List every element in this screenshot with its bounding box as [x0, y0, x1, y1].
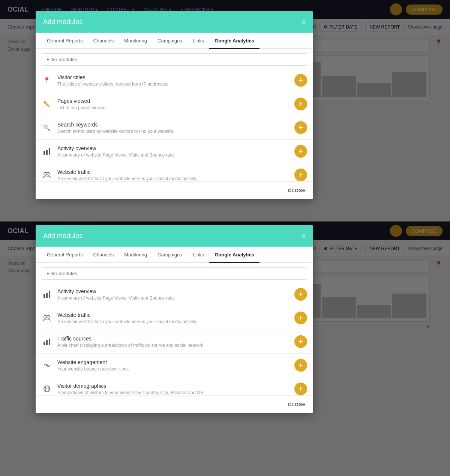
activity-overview-name-2: Activity overview — [57, 288, 289, 294]
activity-overview-icon-2 — [42, 289, 52, 300]
module-text-search-keywords: Search keywords Search terms used by web… — [57, 122, 289, 134]
visitor-demographics-icon — [42, 384, 52, 394]
svg-rect-7 — [49, 291, 50, 298]
pages-viewed-icon: ✏️ — [42, 99, 52, 109]
modal-2-footer: CLOSE — [36, 395, 313, 413]
module-text-website-traffic-2: Website traffic An overview of traffic t… — [57, 312, 289, 324]
modal-2-title: Add modules — [43, 232, 82, 240]
visitor-demographics-desc: A breakdown of visitors to your website … — [57, 390, 289, 395]
modal-1-tabs: General Reports Channels Monitoring Camp… — [36, 33, 313, 49]
add-activity-overview-button-2[interactable]: + — [294, 288, 307, 301]
website-traffic-desc-2: An overview of traffic to your website v… — [57, 319, 289, 324]
tab-monitoring-1[interactable]: Monitoring — [119, 33, 152, 49]
visitor-cities-desc: The cities of website visitors, derived … — [57, 81, 289, 87]
website-traffic-icon-1 — [42, 170, 52, 180]
filter-modules-input-1[interactable] — [42, 53, 307, 66]
module-text-activity-overview-1: Activity overview A summary of website P… — [57, 145, 289, 158]
website-engagement-desc: Your website bounce rate over time. — [57, 366, 289, 372]
add-pages-viewed-button[interactable]: + — [294, 98, 307, 110]
tab-general-reports-2[interactable]: General Reports — [42, 247, 88, 263]
module-item-visitor-cities: 📍 Visitor cities The cities of website v… — [36, 69, 313, 92]
add-visitor-cities-button[interactable]: + — [294, 74, 307, 87]
add-website-traffic-button-1[interactable]: + — [294, 169, 307, 181]
visitor-demographics-name: Visitor demographics — [57, 383, 289, 389]
modal-2-filter-wrap — [36, 263, 313, 283]
modal-2-close-x-button[interactable]: × — [302, 233, 306, 240]
add-search-keywords-button[interactable]: + — [294, 121, 307, 134]
website-traffic-desc-1: An overview of traffic to your website v… — [57, 176, 289, 181]
filter-modules-input-2[interactable] — [42, 267, 307, 280]
module-item-activity-overview-1: Activity overview A summary of website P… — [36, 140, 313, 163]
svg-rect-6 — [46, 293, 48, 298]
module-item-visitor-demographics: Visitor demographics A breakdown of visi… — [36, 377, 313, 395]
pages-viewed-name: Pages viewed — [57, 98, 289, 104]
search-keywords-desc: Search terms used by website visitors to… — [57, 129, 289, 134]
svg-point-9 — [47, 315, 50, 318]
modal-1-title: Add modules — [43, 18, 82, 26]
modal-1-footer: CLOSE — [36, 181, 313, 199]
traffic-sources-name: Traffic sources — [57, 336, 289, 342]
visitor-cities-icon: 📍 — [42, 75, 52, 86]
svg-rect-2 — [49, 148, 50, 155]
modal-2-tabs: General Reports Channels Monitoring Camp… — [36, 247, 313, 263]
add-traffic-sources-button[interactable]: + — [294, 335, 307, 348]
tab-campaigns-1[interactable]: Campaigns — [152, 33, 188, 49]
search-keywords-icon: 🔍 — [42, 122, 52, 133]
website-traffic-name-1: Website traffic — [57, 169, 289, 175]
modal-1-header: Add modules × — [36, 11, 313, 33]
add-visitor-demographics-button[interactable]: + — [294, 383, 307, 395]
svg-point-3 — [44, 172, 47, 175]
page-wrap: OCIAL ENGAGE MONITOR ▾ CONTENT ▾ MEASURE… — [0, 0, 450, 476]
add-modules-modal-2: Add modules × General Reports Channels M… — [36, 225, 313, 413]
tab-channels-2[interactable]: Channels — [88, 247, 119, 263]
activity-overview-desc-1: A summary of website Page Views, Visits … — [57, 152, 289, 158]
traffic-sources-desc: A pie chart displaying a breakdown of tr… — [57, 343, 289, 348]
add-website-engagement-button[interactable]: + — [294, 359, 307, 372]
svg-point-13 — [46, 365, 48, 366]
traffic-sources-icon — [42, 336, 52, 347]
activity-overview-desc-2: A summary of website Page Views, Visits … — [57, 295, 289, 301]
module-text-pages-viewed: Pages viewed List of top pages viewed. — [57, 98, 289, 110]
tab-links-1[interactable]: Links — [188, 33, 209, 49]
visitor-cities-name: Visitor cities — [57, 74, 289, 80]
module-text-activity-overview-2: Activity overview A summary of website P… — [57, 288, 289, 301]
modal-1-filter-wrap — [36, 49, 313, 69]
activity-overview-icon-1 — [42, 146, 52, 157]
tab-google-analytics-2[interactable]: Google Analytics — [209, 247, 260, 263]
module-item-website-traffic-2: Website traffic An overview of traffic t… — [36, 306, 313, 330]
website-engagement-icon — [42, 360, 52, 371]
svg-rect-11 — [46, 340, 48, 345]
modal-1-close-x-button[interactable]: × — [302, 19, 306, 26]
module-text-traffic-sources: Traffic sources A pie chart displaying a… — [57, 336, 289, 348]
website-engagement-name: Website engagement — [57, 359, 289, 365]
svg-rect-12 — [49, 339, 50, 345]
website-traffic-icon-2 — [42, 313, 52, 323]
add-modules-modal-1: Add modules × General Reports Channels M… — [36, 11, 313, 199]
close-button-1[interactable]: CLOSE — [288, 188, 306, 193]
activity-overview-name-1: Activity overview — [57, 145, 289, 151]
pages-viewed-desc: List of top pages viewed. — [57, 105, 289, 110]
module-item-website-engagement: Website engagement Your website bounce r… — [36, 354, 313, 377]
close-button-2[interactable]: CLOSE — [288, 402, 306, 407]
module-text-website-traffic-1: Website traffic An overview of traffic t… — [57, 169, 289, 181]
tab-links-2[interactable]: Links — [188, 247, 209, 263]
svg-point-8 — [44, 315, 47, 318]
search-keywords-name: Search keywords — [57, 122, 289, 128]
module-item-pages-viewed: ✏️ Pages viewed List of top pages viewed… — [36, 92, 313, 116]
svg-rect-1 — [46, 150, 48, 155]
svg-rect-5 — [44, 294, 45, 298]
module-item-traffic-sources: Traffic sources A pie chart displaying a… — [36, 330, 313, 354]
add-website-traffic-button-2[interactable]: + — [294, 312, 307, 324]
module-item-activity-overview-2: Activity overview A summary of website P… — [36, 283, 313, 306]
tab-general-reports-1[interactable]: General Reports — [42, 33, 88, 49]
tab-channels-1[interactable]: Channels — [88, 33, 119, 49]
tab-google-analytics-1[interactable]: Google Analytics — [209, 33, 260, 49]
add-activity-overview-button-1[interactable]: + — [294, 145, 307, 158]
svg-rect-10 — [44, 342, 45, 345]
module-text-website-engagement: Website engagement Your website bounce r… — [57, 359, 289, 372]
module-item-website-traffic-1: Website traffic An overview of traffic t… — [36, 163, 313, 181]
tab-monitoring-2[interactable]: Monitoring — [119, 247, 152, 263]
website-traffic-name-2: Website traffic — [57, 312, 289, 318]
module-list-2: Activity overview A summary of website P… — [36, 283, 313, 395]
tab-campaigns-2[interactable]: Campaigns — [152, 247, 188, 263]
